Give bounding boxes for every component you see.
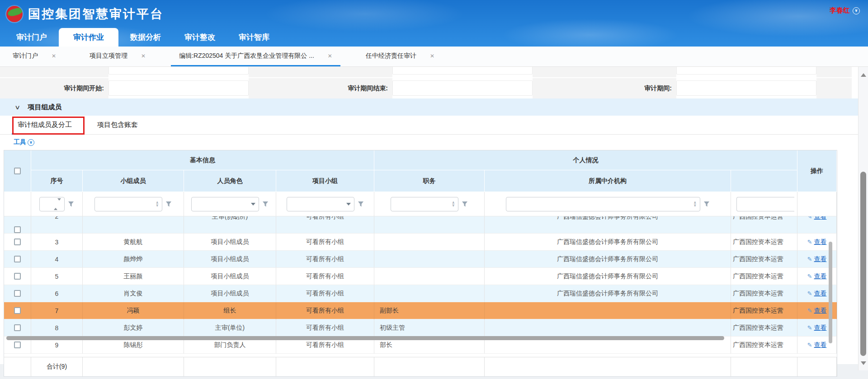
collapse-chevron-icon[interactable]: ∨ — [14, 104, 20, 111]
page-scrollbar[interactable] — [858, 67, 868, 370]
view-link[interactable]: 查看 — [814, 324, 826, 332]
doc-tab[interactable]: 任中经济责任审计✕ — [358, 47, 443, 66]
scroll-down-icon[interactable] — [861, 361, 866, 368]
nav-item-审计整改[interactable]: 审计整改 — [173, 28, 227, 47]
position-filter-input[interactable]: ∧∨ — [391, 197, 458, 211]
horizontal-scrollbar-thumb[interactable] — [6, 336, 724, 340]
row-checkbox[interactable] — [14, 307, 21, 314]
close-icon[interactable]: ✕ — [328, 53, 332, 59]
cell-org: 广西国控资本运营 — [731, 302, 797, 319]
nav-item-审计作业[interactable]: 审计作业 — [59, 28, 118, 47]
section-title: 项目组成员 — [28, 103, 62, 112]
filter-funnel-icon[interactable] — [165, 201, 172, 207]
row-checkbox[interactable] — [14, 290, 21, 297]
view-link[interactable]: 查看 — [814, 238, 826, 246]
project-members-section-header[interactable]: ∨ 项目组成员 — [0, 98, 868, 116]
filter-funnel-icon[interactable] — [703, 201, 710, 207]
filter-funnel-icon[interactable] — [68, 201, 74, 207]
cell-group: 可看所有小组 — [276, 285, 374, 302]
cell-org: 广西国控资本运营 — [731, 319, 797, 337]
form-label — [568, 67, 676, 77]
row-checkbox[interactable] — [14, 256, 21, 262]
filter-funnel-icon[interactable] — [358, 201, 364, 207]
audit-period-input[interactable] — [676, 80, 816, 96]
row-select-cell — [4, 216, 31, 234]
row-checkbox[interactable] — [14, 273, 21, 280]
view-link[interactable]: 查看 — [814, 341, 826, 349]
view-link[interactable]: 查看 — [814, 290, 826, 298]
form-input[interactable] — [108, 67, 249, 75]
form-input[interactable] — [676, 67, 816, 75]
table-row[interactable]: 6肖文俊项目小组成员可看所有小组广西瑞信盛德会计师事务所有限公司广西国控资本运营… — [4, 285, 837, 302]
view-link[interactable]: 查看 — [814, 307, 826, 315]
main-nav: 审计门户审计作业数据分析审计整改审计智库 — [0, 28, 281, 47]
table-row[interactable]: 5王丽颜项目小组成员可看所有小组广西瑞信盛德会计师事务所有限公司广西国控资本运营… — [4, 268, 837, 285]
page-scrollbar-thumb[interactable] — [860, 172, 866, 356]
doc-tab-label: 审计门户 — [13, 52, 38, 60]
nav-item-审计智库[interactable]: 审计智库 — [227, 28, 281, 47]
app-logo-icon — [6, 6, 23, 22]
tools-menu[interactable]: 工具 ∨ — [14, 138, 34, 146]
total-empty-cell — [184, 357, 276, 376]
table-row[interactable]: 3黄航航项目小组成员可看所有小组广西瑞信盛德会计师事务所有限公司广西国控资本运营… — [4, 234, 837, 251]
cell-role: 项目小组成员 — [184, 251, 276, 268]
group-filter-select[interactable] — [287, 197, 354, 211]
form-input[interactable] — [392, 67, 533, 75]
table-row-clipped: 2主审(协助所)可看所有小组广西瑞信盛德会计师事务所有限公司广西国控资本运营✎查… — [4, 216, 837, 234]
row-checkbox[interactable] — [14, 342, 21, 348]
cell-name: 颜烨烨 — [83, 251, 184, 268]
select-all-checkbox[interactable] — [14, 168, 21, 174]
nav-item-审计门户[interactable]: 审计门户 — [5, 28, 59, 47]
view-link[interactable]: 查看 — [814, 216, 826, 225]
row-checkbox[interactable] — [14, 226, 21, 233]
document-tabs: 审计门户✕项目立项管理✕编辑:RZ202504 关于广西农垦企业管理有限公 ..… — [0, 47, 868, 67]
cell-position: 初级主管 — [374, 319, 485, 337]
sub-tab-审计组成员及分工[interactable]: 审计组成员及分工 — [12, 116, 78, 135]
close-icon[interactable]: ✕ — [430, 53, 434, 59]
table-row[interactable]: 7冯颖组长可看所有小组副部长广西国控资本运营✎查看 — [4, 302, 837, 319]
edit-pencil-icon: ✎ — [807, 324, 812, 331]
cell-role: 项目小组成员 — [184, 285, 276, 302]
row-checkbox[interactable] — [14, 239, 21, 245]
close-icon[interactable]: ✕ — [52, 53, 56, 59]
row-select-cell — [4, 251, 31, 268]
table-scrollbar-thumb[interactable] — [829, 242, 832, 343]
doc-tab[interactable]: 编辑:RZ202504 关于广西农垦企业管理有限公 ...✕ — [171, 47, 340, 66]
cell-org: 广西国控资本运营 — [731, 285, 797, 302]
cell-agency: 广西瑞信盛德会计师事务所有限公司 — [485, 216, 731, 234]
view-link[interactable]: 查看 — [814, 255, 826, 263]
sub-tab-项目包含账套[interactable]: 项目包含账套 — [91, 116, 144, 135]
doc-tab[interactable]: 项目立项管理✕ — [81, 47, 154, 66]
row-select-cell — [4, 268, 31, 285]
group-header-basic: 基本信息 — [31, 150, 374, 170]
app-title: 国控集团智慧审计平台 — [28, 6, 164, 22]
role-filter-select[interactable] — [191, 197, 259, 211]
group-header-personal: 个人情况 — [374, 150, 797, 170]
row-checkbox[interactable] — [14, 324, 21, 331]
nav-item-数据分析[interactable]: 数据分析 — [118, 28, 173, 47]
org-filter-input[interactable] — [736, 197, 794, 211]
audit-period-start-input[interactable] — [108, 80, 249, 96]
cell-name: 冯颖 — [83, 302, 184, 319]
doc-tab[interactable]: 审计门户✕ — [5, 47, 64, 66]
seq-filter-input[interactable] — [39, 197, 65, 211]
scroll-up-icon[interactable] — [861, 70, 866, 77]
table-row[interactable]: 4颜烨烨项目小组成员可看所有小组广西瑞信盛德会计师事务所有限公司广西国控资本运营… — [4, 251, 837, 268]
cell-agency: 广西瑞信盛德会计师事务所有限公司 — [485, 268, 731, 285]
table-total-row: 合计(9) — [4, 357, 837, 376]
cell-role: 主审(协助所) — [184, 216, 276, 234]
view-link[interactable]: 查看 — [814, 272, 826, 281]
audit-period-end-input[interactable] — [392, 80, 533, 96]
doc-tab-label: 项目立项管理 — [90, 52, 127, 60]
close-icon[interactable]: ✕ — [141, 53, 146, 59]
table-row[interactable]: 8彭文婷主审(单位)可看所有小组初级主管广西国控资本运营✎查看 — [4, 319, 837, 337]
table-group-header-row: 基本信息 个人情况 操作 — [4, 150, 837, 170]
agency-filter-input[interactable]: ∧∨ — [506, 197, 700, 211]
cell-action: ✎查看 — [797, 216, 837, 234]
name-filter-input[interactable]: ∧∨ — [94, 197, 162, 211]
form-row-clipped — [0, 67, 868, 77]
filter-funnel-icon[interactable] — [262, 201, 269, 207]
user-menu[interactable]: 李春红 ∨ — [830, 6, 860, 15]
user-name: 李春红 — [830, 6, 850, 15]
filter-funnel-icon[interactable] — [462, 201, 468, 207]
